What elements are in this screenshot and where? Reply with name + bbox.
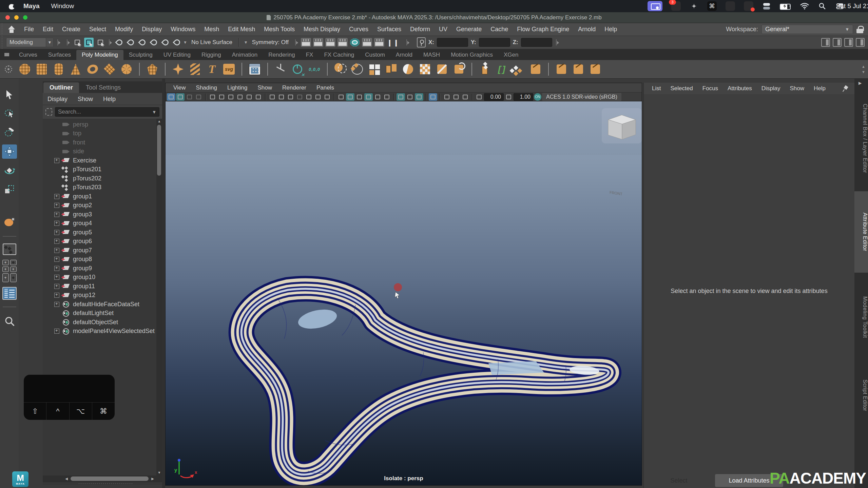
- expand-icon[interactable]: [54, 266, 59, 271]
- bevel-icon[interactable]: [495, 62, 508, 76]
- outliner-menu-item[interactable]: Show: [78, 96, 93, 103]
- copy-image-icon[interactable]: [443, 93, 451, 101]
- viewport-canvas[interactable]: FRONT y x: [166, 101, 642, 485]
- x-input[interactable]: [437, 38, 468, 47]
- expand-icon[interactable]: [54, 239, 59, 244]
- expand-icon[interactable]: [54, 194, 59, 199]
- tab-tool-settings[interactable]: Tool Settings: [80, 82, 127, 93]
- snap-grid-icon[interactable]: [115, 38, 124, 47]
- section-collapse-arrow[interactable]: [56, 37, 61, 47]
- poly-cube-icon[interactable]: [35, 62, 48, 76]
- z-input[interactable]: [521, 38, 552, 47]
- ae-menu-item[interactable]: Selected: [666, 85, 697, 92]
- outliner-item[interactable]: Exercise: [43, 156, 156, 165]
- scroll-right-icon[interactable]: ▶: [150, 475, 155, 482]
- outliner-vertical-scrollbar[interactable]: ▲ ▼: [156, 119, 162, 475]
- viewport-menu-item[interactable]: Lighting: [223, 84, 252, 91]
- ae-menu-item[interactable]: List: [648, 85, 665, 92]
- select-component-icon[interactable]: [96, 38, 105, 47]
- outliner-menu-item[interactable]: Help: [103, 96, 116, 103]
- poly-text-icon[interactable]: T: [206, 62, 218, 76]
- viewport-menu-item[interactable]: View: [169, 84, 190, 91]
- multi-cut-icon[interactable]: [512, 62, 525, 76]
- menu-item[interactable]: Generate: [452, 26, 486, 33]
- render-setup-icon[interactable]: [362, 38, 372, 47]
- snap-curve-icon[interactable]: [126, 38, 136, 47]
- scroll-thumb[interactable]: [157, 125, 161, 176]
- four-pane-layout-button[interactable]: +: [2, 260, 9, 265]
- view-transform-toggle-icon[interactable]: ON: [534, 93, 541, 101]
- target-weld-icon[interactable]: [529, 62, 542, 76]
- section-collapse-arrow[interactable]: [554, 37, 560, 47]
- tab-outliner[interactable]: Outliner: [43, 82, 79, 93]
- viewport-menu-item[interactable]: Show: [253, 84, 277, 91]
- menu-item[interactable]: Cache: [486, 26, 513, 33]
- menu-item[interactable]: Select: [85, 26, 111, 33]
- shelf-tab[interactable]: XGen: [498, 50, 524, 60]
- snap-projected-center-icon[interactable]: [149, 38, 159, 47]
- shelf-tab[interactable]: Rigging: [196, 50, 227, 60]
- menu-item[interactable]: Mesh Tools: [259, 26, 299, 33]
- xray-joints-icon[interactable]: [406, 93, 414, 101]
- shelf-tab[interactable]: FX Caching: [319, 50, 360, 60]
- snap-view-plane-icon[interactable]: [161, 38, 170, 47]
- shelf-tab[interactable]: Poly Modeling: [76, 50, 123, 60]
- chevron-down-icon[interactable]: ▼: [152, 110, 156, 115]
- smooth-shade-icon[interactable]: [346, 93, 354, 101]
- remesh-grid-icon[interactable]: [419, 62, 431, 76]
- menu-item[interactable]: File: [20, 26, 38, 33]
- y-input[interactable]: [479, 38, 510, 47]
- outliner-item[interactable]: group6: [43, 237, 156, 246]
- home-icon[interactable]: [7, 26, 16, 33]
- single-pane-layout-button[interactable]: [3, 243, 16, 255]
- spotlight-icon[interactable]: [818, 2, 827, 10]
- macos-app-menu[interactable]: Maya: [23, 2, 40, 10]
- collapse-panel-icon[interactable]: ▶: [859, 81, 862, 85]
- combine-icon[interactable]: [334, 62, 347, 76]
- workspace-select[interactable]: General*▼: [761, 25, 853, 34]
- center-pivot-icon[interactable]: [274, 62, 287, 76]
- panel-resize-dots[interactable]: [43, 482, 162, 485]
- minimize-window-button[interactable]: [14, 15, 19, 20]
- insert-edge-loop-icon[interactable]: [589, 62, 602, 76]
- ae-menu-item[interactable]: Show: [786, 85, 809, 92]
- lookdev-icon[interactable]: [374, 38, 384, 47]
- select-tool[interactable]: [2, 87, 17, 102]
- safe-action-icon[interactable]: [314, 93, 322, 101]
- apple-menu-icon[interactable]: [9, 3, 15, 9]
- smooth-icon[interactable]: [436, 62, 448, 76]
- channel-box-toggle-icon[interactable]: [844, 38, 853, 47]
- safe-title-icon[interactable]: [323, 93, 331, 101]
- menu-item[interactable]: Create: [58, 26, 85, 33]
- shelf-tab[interactable]: Custom: [360, 50, 390, 60]
- tool-settings-toggle-icon[interactable]: [833, 38, 842, 47]
- expand-icon[interactable]: [54, 329, 59, 334]
- outliner-item[interactable]: pTorus203: [43, 183, 156, 192]
- tab-script-editor[interactable]: Script Editor: [854, 362, 868, 429]
- poly-torus-icon[interactable]: [86, 62, 99, 76]
- persp-outliner-layout-button[interactable]: [10, 260, 17, 265]
- outliner-item[interactable]: group11: [43, 282, 156, 291]
- view-transform-label[interactable]: ACES 1.0 SDR-video (sRGB): [542, 93, 621, 101]
- shelf-tab[interactable]: Curves: [14, 50, 43, 60]
- two-pane-layout-button[interactable]: +: [2, 267, 9, 272]
- outliner-item[interactable]: side: [43, 147, 156, 156]
- sweep-mesh-icon[interactable]: [172, 62, 185, 76]
- zoom-window-button[interactable]: [23, 15, 27, 20]
- lasso-select-tool[interactable]: [2, 106, 17, 121]
- expand-icon[interactable]: [54, 158, 59, 163]
- hypershade-icon[interactable]: [350, 38, 360, 47]
- expand-icon[interactable]: [54, 221, 59, 226]
- outliner-item[interactable]: group2: [43, 201, 156, 210]
- lasso-toggle-icon[interactable]: [176, 93, 185, 101]
- grid-toggle-icon[interactable]: [268, 93, 276, 101]
- expand-icon[interactable]: [54, 284, 59, 289]
- menu-item[interactable]: Deform: [406, 26, 435, 33]
- scroll-up-icon[interactable]: ▲: [156, 119, 162, 124]
- meet-app-icon[interactable]: [726, 1, 735, 11]
- shelf-tab[interactable]: Arnold: [390, 50, 418, 60]
- menu-item[interactable]: Curves: [345, 26, 373, 33]
- ae-menu-item[interactable]: Attributes: [724, 85, 756, 92]
- shelf-tab[interactable]: UV Editing: [158, 50, 196, 60]
- outliner-item[interactable]: group1: [43, 192, 156, 201]
